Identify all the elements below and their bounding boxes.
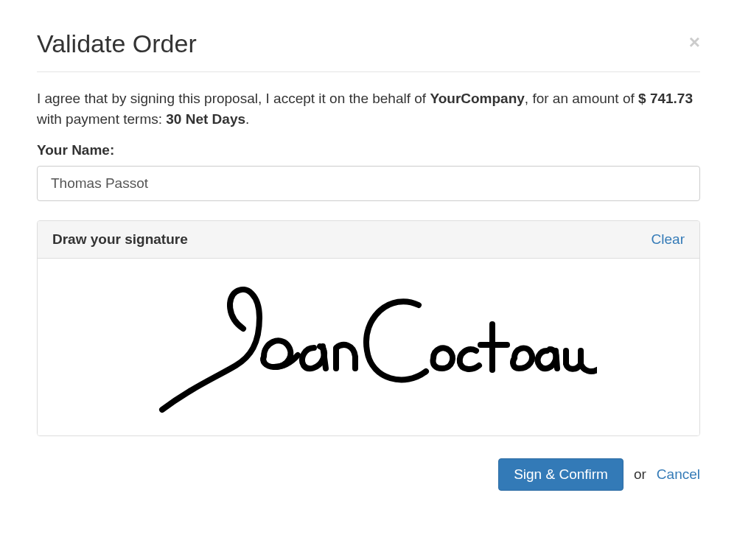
- agreement-mid2: with payment terms:: [37, 111, 166, 127]
- modal-header: Validate Order ×: [37, 29, 700, 72]
- agreement-mid1: , for an amount of: [525, 91, 638, 106]
- signature-panel-title: Draw your signature: [52, 231, 188, 248]
- agreement-text: I agree that by signing this proposal, I…: [37, 88, 700, 129]
- signature-panel: Draw your signature Clear: [37, 220, 700, 436]
- agreement-terms: 30 Net Days: [166, 111, 245, 127]
- cancel-link[interactable]: Cancel: [657, 466, 700, 483]
- close-icon[interactable]: ×: [689, 32, 700, 52]
- agreement-prefix: I agree that by signing this proposal, I…: [37, 91, 430, 106]
- clear-signature-link[interactable]: Clear: [652, 231, 685, 248]
- sign-confirm-button[interactable]: Sign & Confirm: [498, 458, 624, 491]
- modal-footer: Sign & Confirm or Cancel: [37, 458, 700, 491]
- or-label: or: [634, 466, 646, 483]
- signature-panel-header: Draw your signature Clear: [38, 221, 699, 259]
- signature-drawing-icon: [140, 277, 597, 417]
- agreement-amount: $ 741.73: [638, 91, 693, 106]
- agreement-suffix: .: [245, 111, 249, 127]
- agreement-company: YourCompany: [430, 91, 524, 106]
- modal-title: Validate Order: [37, 29, 197, 58]
- name-label: Your Name:: [37, 142, 700, 158]
- signature-canvas[interactable]: [38, 259, 699, 435]
- name-input[interactable]: [37, 166, 700, 201]
